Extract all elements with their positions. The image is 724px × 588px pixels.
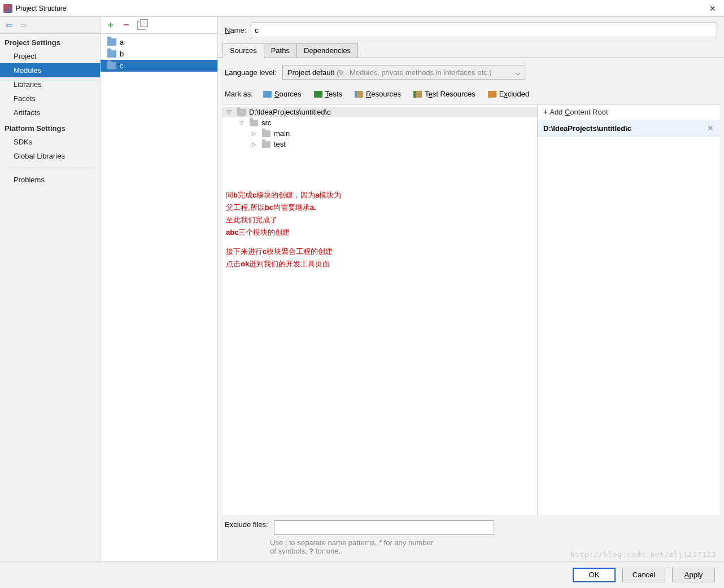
- add-content-root-button[interactable]: Add Content Root: [543, 108, 608, 116]
- remove-module-icon[interactable]: −: [123, 19, 129, 31]
- tree-label: test: [274, 140, 286, 148]
- sidebar-item-global-libraries[interactable]: Global Libraries: [0, 149, 100, 163]
- sidebar: ⇦ ⇨ Project Settings Project Modules Lib…: [0, 17, 101, 561]
- apply-button[interactable]: Apply: [672, 568, 715, 582]
- tree-row-root[interactable]: ▽ D:\IdeaProjects\untitled\c: [223, 107, 537, 117]
- module-item-a[interactable]: a: [101, 36, 217, 48]
- language-level-select[interactable]: Project default (9 - Modules, private me…: [282, 65, 525, 80]
- titlebar: Project Structure ✕: [0, 0, 724, 17]
- mark-tests-button[interactable]: Tests: [312, 89, 344, 99]
- folder-icon: [107, 38, 116, 46]
- tree-row-main[interactable]: ▷ main: [223, 128, 537, 139]
- chevron-down-icon[interactable]: ▽: [227, 109, 234, 115]
- module-label: c: [120, 62, 124, 70]
- chevron-down-icon[interactable]: ▽: [239, 120, 246, 126]
- excluded-swatch-icon: [488, 91, 496, 98]
- tree-label: src: [261, 119, 271, 127]
- mark-resources-button[interactable]: Resources: [352, 89, 403, 99]
- content-root-entry[interactable]: D:\IdeaProjects\untitled\c ✕: [538, 120, 719, 137]
- sidebar-section-project-settings: Project Settings: [0, 34, 100, 49]
- detail-column: Name: Sources Paths Dependencies Languag…: [218, 17, 724, 561]
- name-label: Name:: [225, 26, 246, 34]
- language-level-value: Project default: [287, 68, 334, 77]
- chevron-right-icon[interactable]: ▷: [252, 130, 259, 137]
- sidebar-item-libraries[interactable]: Libraries: [0, 77, 100, 91]
- mark-excluded-button[interactable]: Excluded: [486, 89, 531, 99]
- sidebar-item-problems[interactable]: Problems: [0, 173, 100, 187]
- dialog-footer: OK Cancel Apply: [0, 561, 724, 588]
- folder-icon: [262, 130, 271, 137]
- cancel-button[interactable]: Cancel: [622, 568, 665, 582]
- folder-icon: [250, 120, 258, 126]
- annotation-overlay: 同b完成c模块的创建，因为a模块为 父工程,所以bc均需要继承a. 至此我们完成…: [226, 189, 341, 271]
- folder-icon: [107, 50, 116, 58]
- sidebar-item-facets[interactable]: Facets: [0, 91, 100, 106]
- modules-column: ＋ − a b c: [101, 17, 218, 561]
- nav-back-icon[interactable]: ⇦: [6, 20, 15, 30]
- sidebar-item-modules[interactable]: Modules: [0, 63, 100, 77]
- tab-paths[interactable]: Paths: [264, 43, 297, 58]
- add-module-icon[interactable]: ＋: [106, 19, 115, 31]
- sidebar-section-platform-settings: Platform Settings: [0, 120, 100, 135]
- close-icon[interactable]: ✕: [705, 3, 721, 14]
- nav-forward-icon[interactable]: ⇨: [20, 20, 29, 30]
- folder-icon: [262, 141, 271, 148]
- content-root-path: D:\IdeaProjects\untitled\c: [543, 124, 631, 133]
- sources-swatch-icon: [263, 91, 272, 98]
- tests-swatch-icon: [314, 91, 322, 98]
- tree-label: D:\IdeaProjects\untitled\c: [249, 108, 331, 116]
- tree-label: main: [274, 129, 290, 138]
- sidebar-separator: [7, 168, 93, 168]
- content-roots-panel: Add Content Root D:\IdeaProjects\untitle…: [538, 104, 719, 515]
- exclude-files-input[interactable]: [274, 520, 494, 535]
- app-icon: [3, 4, 12, 13]
- sidebar-item-sdks[interactable]: SDKs: [0, 135, 100, 149]
- folder-icon: [107, 62, 116, 69]
- resources-swatch-icon: [355, 91, 363, 98]
- sidebar-item-project[interactable]: Project: [0, 49, 100, 63]
- copy-module-icon[interactable]: [137, 21, 146, 30]
- remove-root-icon[interactable]: ✕: [707, 124, 714, 133]
- mark-as-label: Mark as:: [225, 90, 253, 98]
- ok-button[interactable]: OK: [573, 568, 616, 582]
- language-level-label: Language level:: [225, 68, 277, 77]
- test-resources-swatch-icon: [413, 91, 422, 98]
- module-label: b: [120, 50, 124, 58]
- exclude-files-hint: Use ; to separate name patterns, * for a…: [218, 537, 438, 561]
- name-input[interactable]: [251, 23, 717, 37]
- folder-icon: [237, 109, 246, 116]
- window-title: Project Structure: [16, 5, 66, 12]
- module-item-c[interactable]: c: [101, 60, 217, 72]
- language-level-hint: (9 - Modules, private methods in interfa…: [337, 68, 492, 77]
- chevron-right-icon[interactable]: ▷: [252, 141, 259, 147]
- tab-dependencies[interactable]: Dependencies: [296, 43, 358, 58]
- sidebar-item-artifacts[interactable]: Artifacts: [0, 106, 100, 120]
- mark-sources-button[interactable]: Sources: [261, 89, 304, 99]
- tree-row-src[interactable]: ▽ src: [223, 117, 537, 128]
- module-item-b[interactable]: b: [101, 48, 217, 60]
- exclude-files-label: Exclude files:: [225, 520, 268, 529]
- tree-row-test[interactable]: ▷ test: [223, 139, 537, 150]
- mark-test-resources-button[interactable]: Test Resources: [411, 89, 478, 99]
- module-label: a: [120, 38, 124, 46]
- tab-sources[interactable]: Sources: [223, 43, 264, 58]
- source-tree: ▽ D:\IdeaProjects\untitled\c ▽ src ▷ mai…: [223, 104, 538, 515]
